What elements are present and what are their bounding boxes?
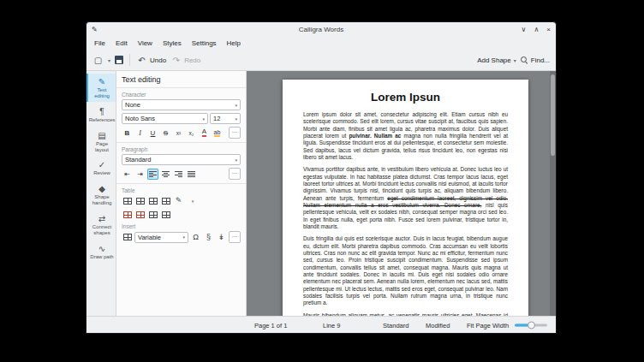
insert-special-character-button[interactable]: Ω [190, 232, 201, 243]
sidebar-tab-label: Page layout [89, 141, 115, 153]
page-break-icon: ↡ [218, 234, 225, 241]
merge-cells-button[interactable] [147, 209, 158, 220]
document-canvas[interactable]: Lorem Ipsun Lorem ipsum dolor sit amet, … [247, 71, 556, 316]
insert-variable-select[interactable]: Variable ▾ [134, 232, 188, 243]
app-icon: ✎ [92, 26, 98, 33]
redo-button[interactable]: ↷ Redo [170, 55, 200, 66]
font-color-button[interactable]: A [199, 128, 210, 139]
panel-divider [116, 142, 246, 143]
new-document-chevron-icon[interactable]: ▾ [108, 57, 110, 63]
insert-variable-value: Variable [138, 234, 161, 241]
split-cells-button[interactable] [160, 209, 171, 220]
document-body: Lorem ipsum dolor sit amet, consectetur … [303, 111, 508, 316]
align-justify-icon [188, 170, 195, 178]
save-icon[interactable] [115, 56, 123, 64]
page-layout-icon: ▤ [98, 131, 105, 140]
border-pen-icon: ✎ [176, 197, 182, 205]
delete-row-button[interactable] [122, 209, 133, 220]
redo-icon: ↷ [170, 55, 182, 66]
sidebar-tab-connect-shapes[interactable]: ⇄Connect shapes [86, 211, 116, 239]
underline-button[interactable]: U [147, 128, 158, 139]
superscript-button[interactable]: x² [173, 128, 184, 139]
review-icon: ✓ [98, 160, 105, 169]
close-button[interactable]: × [546, 26, 551, 33]
chevron-down-icon: ▾ [192, 199, 194, 204]
menu-edit[interactable]: Edit [110, 39, 133, 47]
align-left-icon [149, 170, 157, 178]
add-shape-chevron-icon: ▾ [514, 57, 516, 63]
maximize-button[interactable]: ∧ [534, 26, 539, 33]
sidebar-tab-page-layout[interactable]: ▤Page layout [86, 128, 116, 156]
align-center-icon [162, 170, 170, 178]
insert-column-left-button[interactable] [147, 195, 158, 206]
insert-section-button[interactable]: § [203, 232, 214, 243]
insert-table-button[interactable] [122, 232, 133, 243]
chevron-down-icon: ▾ [235, 157, 237, 163]
toolbar-separator [129, 54, 130, 66]
align-center-button[interactable] [160, 169, 171, 180]
italic-button[interactable]: I [134, 128, 146, 139]
document-paragraph: Duis fringilla dui quis est scelerisque … [303, 235, 508, 306]
character-style-select[interactable]: None ▾ [122, 99, 241, 110]
insert-row-below-button[interactable] [134, 195, 146, 206]
search-icon [521, 56, 528, 64]
references-icon: ¶ [99, 107, 104, 116]
font-family-select[interactable]: Noto Sans ▾ [122, 113, 208, 124]
menu-file[interactable]: File [89, 39, 110, 47]
sidebar-tab-shape-handling[interactable]: ◆Shape handling [86, 181, 116, 209]
panel-divider [116, 87, 246, 88]
titlebar[interactable]: ✎ Calligra Words ∨ ∧ × [86, 22, 556, 37]
sidebar-tab-references[interactable]: ¶References [86, 104, 116, 126]
insert-row-above-button[interactable] [122, 195, 133, 206]
status-style-indicator[interactable]: Standard [383, 321, 408, 329]
menu-view[interactable]: View [133, 39, 158, 47]
undo-icon: ↶ [136, 55, 147, 66]
zoom-mode-select[interactable]: Fit Page Width [467, 321, 509, 329]
increase-indent-button[interactable]: ⇥ [134, 169, 146, 180]
table-border-chevron-button[interactable]: ▾ [186, 195, 197, 206]
status-page-indicator: Page 1 of 1 [254, 321, 287, 329]
sidebar-tab-text-editing[interactable]: ✎Text editing [86, 74, 116, 102]
minimize-button[interactable]: ∨ [522, 26, 527, 33]
subscript-button[interactable]: x₂ [186, 128, 197, 139]
scrollbar-thumb[interactable] [551, 74, 555, 156]
insert-column-right-button[interactable] [160, 195, 171, 206]
zoom-slider-knob[interactable] [528, 321, 535, 329]
panel-title: Text editing [122, 75, 241, 84]
insert-section-label: Insert [122, 223, 241, 229]
strikethrough-button[interactable]: S [160, 128, 171, 139]
insert-row-above-icon [123, 198, 132, 205]
delete-column-button[interactable] [134, 209, 146, 220]
new-document-icon[interactable]: ▢ [92, 55, 104, 66]
menu-help[interactable]: Help [222, 39, 246, 47]
insert-column-right-icon [162, 198, 170, 205]
undo-button[interactable]: ↶ Undo [136, 55, 166, 66]
decrease-indent-button[interactable]: ⇤ [122, 169, 133, 180]
menu-settings[interactable]: Settings [187, 39, 222, 47]
paragraph-style-value: Standard [125, 156, 151, 163]
insert-more-button[interactable]: ⋯ [229, 231, 241, 243]
align-left-button[interactable] [147, 169, 158, 180]
character-more-button[interactable]: ⋯ [229, 127, 241, 139]
special-character-icon: Ω [193, 234, 199, 241]
paragraph-style-select[interactable]: Standard ▾ [122, 154, 241, 165]
find-button[interactable]: Find... [521, 56, 550, 64]
insert-pagebreak-button[interactable]: ↡ [216, 232, 227, 243]
add-shape-button[interactable]: Add Shape ▾ [477, 56, 516, 64]
paragraph-more-button[interactable]: ⋯ [229, 168, 241, 180]
calligra-words-window: ✎ Calligra Words ∨ ∧ × FileEditViewStyle… [86, 21, 557, 334]
highlight-color-button[interactable]: ab [212, 128, 223, 139]
table-border-button[interactable]: ✎ [173, 195, 184, 206]
align-justify-button[interactable] [186, 169, 197, 180]
sidebar-tab-label: Review [93, 170, 110, 176]
menu-styles[interactable]: Styles [158, 39, 187, 47]
insert-table-icon [123, 234, 132, 240]
document-page[interactable]: Lorem Ipsun Lorem ipsum dolor sit amet, … [283, 80, 528, 316]
font-size-select[interactable]: 12 ▾ [210, 113, 241, 124]
vertical-scrollbar[interactable] [550, 71, 556, 316]
align-right-button[interactable] [173, 169, 184, 180]
bold-button[interactable]: B [122, 128, 133, 139]
sidebar-tab-review[interactable]: ✓Review [86, 157, 116, 179]
sidebar-tab-draw-path[interactable]: ∿Draw path [86, 240, 116, 263]
section-icon: § [206, 234, 211, 241]
